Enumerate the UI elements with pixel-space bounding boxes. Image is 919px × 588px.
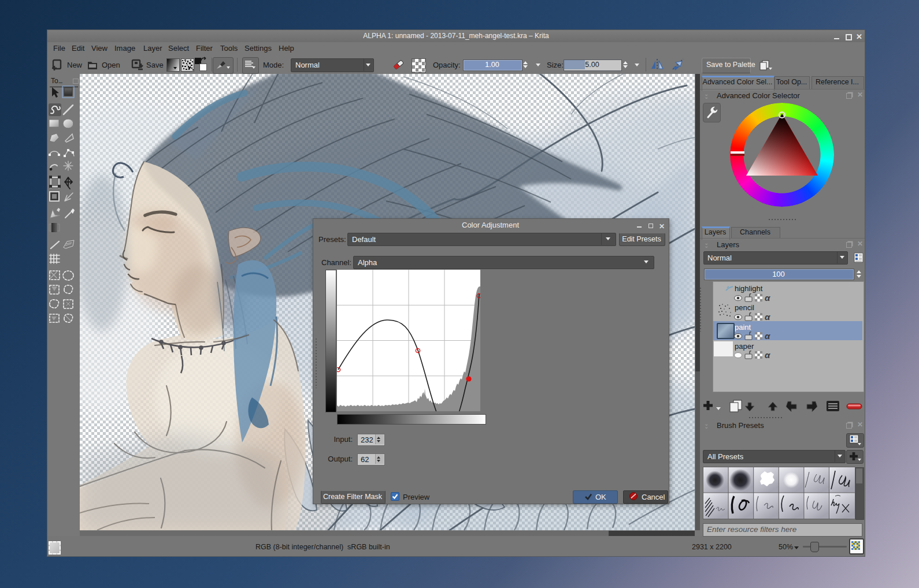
svg-text:α: α <box>765 351 770 359</box>
svg-text:α: α <box>765 293 770 302</box>
svg-text:α: α <box>765 312 770 321</box>
svg-text:α: α <box>765 332 770 340</box>
